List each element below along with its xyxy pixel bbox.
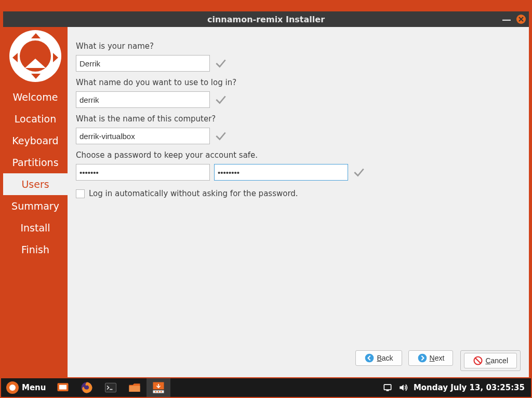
close-button[interactable] xyxy=(516,15,526,24)
back-button[interactable]: Back xyxy=(355,350,402,366)
installer-window: Welcome Location Keyboard Partitions Use… xyxy=(3,27,529,377)
minimize-button[interactable]: — xyxy=(502,14,511,25)
sidebar-item-label: Summary xyxy=(11,200,59,212)
cancel-icon xyxy=(473,355,483,366)
label-password: Choose a password to keep your account s… xyxy=(76,150,521,160)
check-icon xyxy=(352,166,366,179)
footer-buttons: Back Next Cancel xyxy=(76,346,521,371)
svg-rect-4 xyxy=(59,385,66,390)
network-icon[interactable] xyxy=(382,382,393,393)
svg-point-10 xyxy=(155,391,157,393)
arrow-right-icon xyxy=(417,353,428,363)
svg-point-1 xyxy=(418,354,427,363)
sidebar-item-finish[interactable]: Finish xyxy=(3,239,68,260)
input-computer[interactable] xyxy=(76,128,210,144)
input-login[interactable] xyxy=(76,91,210,108)
svg-point-11 xyxy=(158,391,159,393)
menu-icon xyxy=(6,381,19,394)
check-icon xyxy=(214,93,228,106)
input-password-confirm[interactable] xyxy=(214,164,348,181)
next-button[interactable]: Next xyxy=(408,350,454,366)
label-computer: What is the name of this computer? xyxy=(76,114,521,123)
taskbar-item-files[interactable] xyxy=(123,378,147,397)
sidebar-item-summary[interactable]: Summary xyxy=(3,195,68,217)
sidebar: Welcome Location Keyboard Partitions Use… xyxy=(3,27,68,377)
taskbar-item-installer[interactable] xyxy=(147,378,170,397)
sidebar-item-location[interactable]: Location xyxy=(3,108,68,130)
users-form: What is your name? What name do you want… xyxy=(76,35,521,346)
sidebar-item-welcome[interactable]: Welcome xyxy=(3,86,68,108)
sidebar-item-install[interactable]: Install xyxy=(3,217,68,239)
taskbar-item-firefox[interactable] xyxy=(75,378,99,397)
taskbar-item-terminal[interactable] xyxy=(99,378,123,397)
sidebar-item-label: Welcome xyxy=(13,91,58,103)
window-title: cinnamon-remix Installer xyxy=(3,11,529,27)
sidebar-item-label: Keyboard xyxy=(12,135,58,146)
content-area: What is your name? What name do you want… xyxy=(68,27,529,377)
input-password[interactable] xyxy=(76,164,210,181)
sidebar-item-label: Users xyxy=(21,179,49,190)
sidebar-item-label: Install xyxy=(20,222,50,234)
check-icon xyxy=(214,129,228,143)
sidebar-item-partitions[interactable]: Partitions xyxy=(3,152,68,173)
check-icon xyxy=(214,57,228,70)
svg-rect-14 xyxy=(386,390,389,391)
taskbar-item-desktop[interactable] xyxy=(51,378,75,397)
checkbox-autologin[interactable] xyxy=(76,189,85,198)
distro-logo xyxy=(9,30,61,82)
svg-rect-13 xyxy=(384,385,391,390)
sidebar-item-label: Partitions xyxy=(12,157,58,168)
label-autologin: Log in automatically without asking for … xyxy=(89,189,298,198)
sidebar-item-users[interactable]: Users xyxy=(3,173,68,195)
cancel-button-frame: Cancel xyxy=(460,350,521,371)
svg-rect-7 xyxy=(129,386,140,392)
volume-icon[interactable] xyxy=(398,382,408,393)
input-name[interactable] xyxy=(76,55,210,72)
taskbar: Menu Monday July xyxy=(1,378,531,397)
arrow-left-icon xyxy=(364,353,375,363)
svg-point-12 xyxy=(161,391,162,393)
clock[interactable]: Monday July 13, 03:25:35 xyxy=(414,383,525,392)
svg-rect-6 xyxy=(105,383,116,392)
sidebar-item-label: Location xyxy=(15,113,56,125)
svg-point-0 xyxy=(365,354,374,363)
sidebar-item-label: Finish xyxy=(21,244,49,255)
titlebar: cinnamon-remix Installer — xyxy=(3,11,529,27)
label-name: What is your name? xyxy=(76,42,521,51)
cancel-button[interactable]: Cancel xyxy=(464,353,517,368)
label-login: What name do you want to use to log in? xyxy=(76,78,521,87)
menu-label: Menu xyxy=(22,383,46,392)
sidebar-item-keyboard[interactable]: Keyboard xyxy=(3,130,68,152)
menu-button[interactable]: Menu xyxy=(1,378,51,397)
